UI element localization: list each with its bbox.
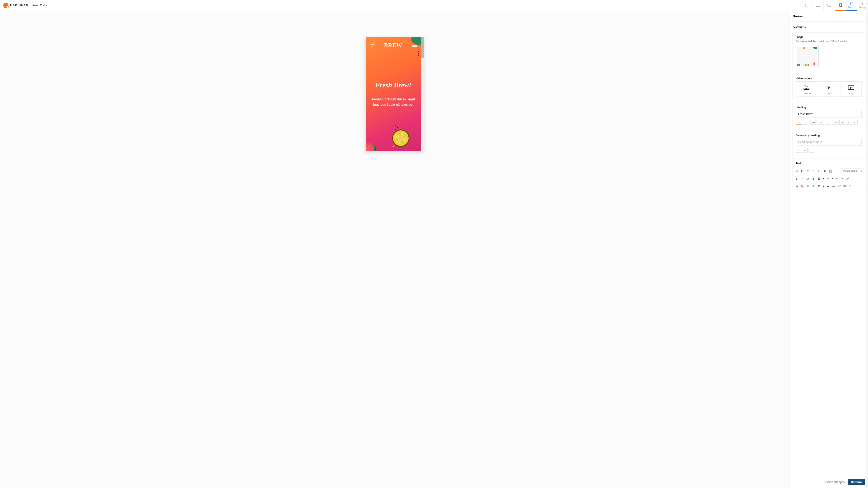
rte-embed-icon[interactable]: ▶ xyxy=(825,184,831,189)
mobile-device-button[interactable] xyxy=(835,0,846,11)
rich-text-toolbar: <> I× ↶ ↷ ✂ ⧉ 📋 Introduction (… ▾ B I xyxy=(793,167,865,190)
banner-heading: Fresh Brew! xyxy=(370,81,416,89)
rte-table-icon[interactable]: ⊞ xyxy=(816,184,822,189)
rte-format-dropdown[interactable]: Introduction (… ▾ xyxy=(841,168,863,173)
rte-bold-icon[interactable]: B xyxy=(794,176,799,181)
video-source-card: Video source YouTube YOUTUBE V VIMEO xyxy=(793,74,865,100)
svg-rect-0 xyxy=(816,4,820,6)
rte-outdent-icon[interactable]: ⇤ xyxy=(834,176,839,181)
video-source-label: Video source xyxy=(796,77,862,80)
cart-badge: 1 xyxy=(372,41,376,45)
rte-number-list-icon[interactable]: ≡ xyxy=(825,176,831,181)
document-icon xyxy=(850,2,854,5)
heading-size-h6[interactable]: H6 xyxy=(832,120,839,125)
editor-mode-label: Visual Editor xyxy=(31,4,47,7)
rte-image-icon[interactable]: 🖼 xyxy=(805,184,810,189)
rte-bullet-list-more-icon[interactable]: ▾ xyxy=(822,176,825,181)
rte-code-icon[interactable]: <> xyxy=(794,168,799,173)
site-logo: BREW xyxy=(384,42,402,48)
svg-point-4 xyxy=(840,6,841,6)
video-option-mp4[interactable]: ▸ MP4 xyxy=(840,82,862,97)
confirm-button[interactable]: Confirm xyxy=(847,479,865,485)
heading-size-m[interactable]: M xyxy=(846,120,851,125)
secondary-heading-input[interactable] xyxy=(796,138,862,146)
rte-clearformat-icon[interactable]: I× xyxy=(800,168,805,173)
secondary-heading-card: Secondary heading S M L xyxy=(793,131,865,156)
heading-size-l[interactable]: L xyxy=(852,120,858,125)
rte-strike-icon[interactable]: S xyxy=(811,176,816,181)
window-scrollbar[interactable] xyxy=(866,0,868,488)
rte-subscript-icon[interactable]: X2 xyxy=(837,184,842,189)
svg-point-5 xyxy=(862,3,863,4)
properties-panel: Banner Content Image Focal point is defi… xyxy=(789,11,868,488)
rte-redo-icon[interactable]: ↷ xyxy=(811,168,816,173)
tab-content-label: Content xyxy=(848,6,856,8)
rte-italic-icon[interactable]: I xyxy=(800,176,805,181)
fullscreen-button[interactable] xyxy=(801,0,812,11)
desktop-device-button[interactable] xyxy=(812,0,824,11)
rte-paste-icon[interactable]: 📋 xyxy=(828,168,833,173)
heading-size-h5[interactable]: H5 xyxy=(825,120,831,125)
text-field-card: Text <> I× ↶ ↷ ✂ ⧉ 📋 Introduction (… ▾ xyxy=(793,159,865,190)
rte-underline-icon[interactable]: U xyxy=(805,176,810,181)
video-option-youtube[interactable]: YouTube YOUTUBE xyxy=(796,82,817,97)
preview-canvas: 1 BREW Fresh Brew! Aenean pretium dui ex… xyxy=(0,11,789,488)
panel-title: Banner xyxy=(789,11,868,22)
heading-field-card: Heading H1 H2 H3 H4 H5 H6 S M L xyxy=(793,103,865,128)
text-label: Text xyxy=(796,162,862,165)
rte-table-more-icon[interactable]: ▾ xyxy=(822,184,825,189)
vimeo-icon: V xyxy=(819,85,838,90)
tab-content[interactable]: Content xyxy=(846,0,857,11)
cart-button[interactable]: 1 xyxy=(370,43,374,47)
rte-cut-icon[interactable]: ✂ xyxy=(816,168,822,173)
heading-input[interactable] xyxy=(796,110,862,118)
heading-label: Heading xyxy=(796,106,862,109)
gear-icon xyxy=(861,2,865,6)
brand-name: USKINNED xyxy=(10,4,28,7)
secondary-size-s[interactable]: S xyxy=(796,148,801,153)
heading-size-h3[interactable]: H3 xyxy=(810,120,817,125)
rte-indent-icon[interactable]: ⇥ xyxy=(840,176,845,181)
decoration-watermelon xyxy=(366,143,376,151)
image-field-card: Image Focal point is defined within your… xyxy=(793,32,865,71)
decoration-seeds-2 xyxy=(395,124,399,131)
rte-macro-icon[interactable]: ⚙ xyxy=(811,184,816,189)
scroll-down-icon[interactable] xyxy=(392,145,395,147)
rte-special-char-icon[interactable]: Ω xyxy=(848,184,853,189)
brand-logo-icon xyxy=(3,3,8,8)
top-bar: USKINNED Visual Editor xyxy=(0,0,868,11)
image-label: Image xyxy=(796,36,862,39)
svg-point-7 xyxy=(373,46,373,47)
preview-scrollbar[interactable] xyxy=(421,37,424,151)
rte-link-icon[interactable]: 🔗 xyxy=(845,176,850,181)
rte-hr-icon[interactable]: — xyxy=(831,184,836,189)
decoration-seeds xyxy=(417,50,420,57)
rte-bookmark-icon[interactable]: 🔖 xyxy=(800,184,805,189)
brand-logo: USKINNED xyxy=(3,3,28,8)
rte-unlink-icon[interactable]: ⛓ xyxy=(794,184,799,189)
rte-superscript-icon[interactable]: X2 xyxy=(842,184,847,189)
device-switcher xyxy=(801,0,846,11)
secondary-size-l[interactable]: L xyxy=(809,148,814,153)
tablet-device-button[interactable] xyxy=(824,0,835,11)
discard-button[interactable]: Discard changes xyxy=(824,480,844,484)
mobile-preview: 1 BREW Fresh Brew! Aenean pretium dui ex… xyxy=(366,37,421,151)
rte-bullet-list-icon[interactable]: ☰ xyxy=(816,176,822,181)
heading-size-h2[interactable]: H2 xyxy=(803,120,810,125)
secondary-size-m[interactable]: M xyxy=(802,148,808,153)
image-picker[interactable] xyxy=(796,45,818,68)
heading-size-picker: H1 H2 H3 H4 H5 H6 S M L xyxy=(796,120,862,125)
mp4-icon: ▸ xyxy=(841,85,861,90)
heading-size-h4[interactable]: H4 xyxy=(818,120,824,125)
youtube-icon: YouTube xyxy=(797,85,816,90)
video-option-vimeo[interactable]: V VIMEO xyxy=(818,82,840,97)
banner-text: Aenean pretium dui ex, eget faucibus lig… xyxy=(370,97,416,107)
image-hint: Focal point is defined within your "Medi… xyxy=(796,40,862,42)
heading-size-h1[interactable]: H1 xyxy=(796,120,802,125)
rte-number-list-more-icon[interactable]: ▾ xyxy=(831,176,834,181)
panel-section-title: Content xyxy=(793,25,865,28)
rte-undo-icon[interactable]: ↶ xyxy=(805,168,810,173)
rte-copy-icon[interactable]: ⧉ xyxy=(822,168,828,173)
heading-size-s[interactable]: S xyxy=(839,120,845,125)
panel-tab-switcher: Content Settings xyxy=(846,0,868,11)
